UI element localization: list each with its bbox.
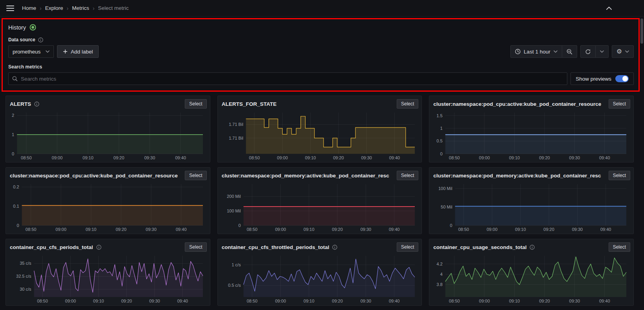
select-button[interactable]: Select: [609, 99, 630, 109]
refresh-icon: [585, 49, 591, 55]
svg-text:100 Mil: 100 Mil: [438, 186, 452, 191]
chevron-up-icon[interactable]: [606, 7, 612, 10]
svg-text:08:50: 08:50: [37, 299, 48, 303]
top-nav-bar: Home › Explore › Metrics › Select metric: [0, 0, 644, 17]
history-radio-icon[interactable]: [29, 24, 36, 31]
datasource-value: prometheus: [13, 49, 40, 55]
metric-panel: cluster:namespace:pod_memory:active:kube…: [429, 167, 634, 234]
refresh-interval-dropdown[interactable]: [596, 45, 609, 58]
svg-text:09:20: 09:20: [333, 155, 344, 160]
chevron-down-icon: [600, 50, 604, 53]
show-previews-toggle[interactable]: [615, 75, 629, 82]
svg-text:08:50: 08:50: [449, 299, 460, 303]
info-icon[interactable]: [332, 245, 337, 250]
metric-preview-chart: 08:5009:0009:1009:2009:3009:401.510.50: [433, 110, 629, 161]
select-button[interactable]: Select: [185, 99, 206, 109]
svg-text:0: 0: [238, 223, 241, 228]
panel-title: container_cpu_cfs_throttled_periods_tota…: [222, 244, 329, 250]
zoom-out-icon: [567, 49, 572, 55]
refresh-button[interactable]: [580, 45, 596, 58]
svg-text:2: 2: [12, 113, 14, 118]
panel-title: cluster:namespace:pod_cpu:active:kube_po…: [10, 173, 178, 179]
svg-text:0: 0: [17, 223, 19, 228]
panel-title: cluster:namespace:pod_memory:active:kube…: [222, 173, 389, 179]
svg-text:09:20: 09:20: [539, 155, 550, 160]
metric-preview-chart: 08:5009:0009:1009:2009:3009:400.20.10: [10, 182, 206, 233]
datasource-picker[interactable]: prometheus: [8, 45, 54, 58]
clock-icon: [515, 49, 521, 54]
svg-text:09:10: 09:10: [509, 155, 520, 160]
breadcrumb-home[interactable]: Home: [22, 5, 36, 11]
datasource-label: Data source: [8, 37, 35, 42]
svg-text:09:00: 09:00: [275, 299, 286, 303]
svg-text:0.2: 0.2: [13, 185, 19, 189]
svg-text:09:10: 09:10: [93, 299, 104, 303]
select-button[interactable]: Select: [185, 171, 206, 180]
svg-text:09:10: 09:10: [305, 155, 316, 160]
search-icon: [12, 76, 18, 81]
svg-text:100 Mil: 100 Mil: [227, 209, 241, 213]
vertical-scrollbar[interactable]: [640, 18, 643, 44]
chart-canvas: 08:5009:0009:1009:2009:3009:40200 Mil100…: [222, 182, 418, 233]
select-button[interactable]: Select: [397, 242, 418, 252]
svg-text:08:50: 08:50: [247, 299, 258, 303]
info-icon[interactable]: [38, 37, 43, 42]
gear-icon: ⚙: [616, 48, 622, 55]
select-button[interactable]: Select: [185, 242, 206, 252]
svg-text:0: 0: [440, 151, 443, 156]
svg-text:09:10: 09:10: [86, 227, 97, 232]
metric-preview-chart: 08:5009:0009:1009:2009:3009:40200 Mil100…: [222, 182, 418, 233]
svg-text:200 Mil: 200 Mil: [227, 194, 241, 199]
metric-panel: container_cpu_cfs_throttled_periods_tota…: [217, 239, 422, 306]
svg-text:0: 0: [450, 223, 453, 228]
breadcrumb-explore[interactable]: Explore: [45, 5, 63, 11]
info-icon[interactable]: [530, 245, 535, 250]
plus-icon: [63, 49, 68, 54]
svg-text:09:00: 09:00: [55, 227, 66, 232]
time-range-picker[interactable]: Last 1 hour: [510, 45, 562, 58]
add-label-button[interactable]: Add label: [57, 45, 99, 58]
select-button[interactable]: Select: [609, 242, 630, 252]
chevron-down-icon: [46, 50, 50, 53]
chart-canvas: 08:5009:0009:1009:2009:3009:401 c/s0.5 c…: [222, 253, 418, 304]
svg-text:09:00: 09:00: [52, 155, 63, 160]
panel-title: cluster:namespace:pod_memory:active:kube…: [433, 173, 601, 179]
svg-text:09:40: 09:40: [177, 299, 188, 303]
svg-text:09:00: 09:00: [65, 299, 76, 303]
metrics-grid: ALERTSSelect08:5009:0009:1009:2009:3009:…: [6, 96, 634, 306]
menu-icon[interactable]: [6, 6, 14, 11]
settings-button[interactable]: ⚙: [612, 45, 634, 58]
history-label: History: [8, 24, 26, 31]
breadcrumb-metrics[interactable]: Metrics: [72, 5, 89, 11]
svg-text:09:40: 09:40: [176, 227, 187, 232]
select-button[interactable]: Select: [397, 99, 418, 109]
svg-text:09:00: 09:00: [487, 227, 498, 232]
select-button[interactable]: Select: [609, 171, 630, 180]
metric-panel: cluster:namespace:pod_memory:active:kube…: [217, 167, 422, 234]
svg-text:0: 0: [12, 151, 14, 156]
panel-title: ALERTS: [10, 101, 31, 107]
svg-text:09:20: 09:20: [539, 299, 550, 303]
svg-text:09:10: 09:10: [304, 299, 315, 303]
svg-text:08:50: 08:50: [449, 155, 460, 160]
svg-text:09:40: 09:40: [389, 227, 400, 232]
search-input[interactable]: [21, 76, 563, 82]
metric-preview-chart: 08:5009:0009:1009:2009:3009:401.71 Bil1.…: [222, 110, 418, 161]
info-icon[interactable]: [34, 101, 39, 107]
svg-text:0.5 c/s: 0.5 c/s: [228, 283, 241, 288]
svg-text:09:20: 09:20: [114, 155, 125, 160]
select-button[interactable]: Select: [397, 171, 418, 180]
metric-panel: cluster:namespace:pod_cpu:active:kube_po…: [429, 96, 634, 162]
svg-text:1: 1: [12, 132, 14, 137]
chart-canvas: 08:5009:0009:1009:2009:3009:400.20.10: [10, 182, 206, 233]
svg-text:4.2: 4.2: [437, 262, 443, 266]
breadcrumb: Home › Explore › Metrics › Select metric: [22, 5, 129, 11]
metric-panel: container_cpu_cfs_periods_totalSelect08:…: [6, 239, 210, 306]
svg-text:30 c/s: 30 c/s: [20, 287, 31, 292]
chevron-down-icon: [554, 50, 558, 53]
svg-text:32.5 c/s: 32.5 c/s: [16, 274, 31, 279]
metric-panel: container_cpu_usage_seconds_totalSelect0…: [429, 239, 634, 306]
show-previews-label: Show previews: [576, 76, 611, 82]
zoom-out-button[interactable]: [562, 45, 577, 58]
info-icon[interactable]: [96, 245, 101, 250]
